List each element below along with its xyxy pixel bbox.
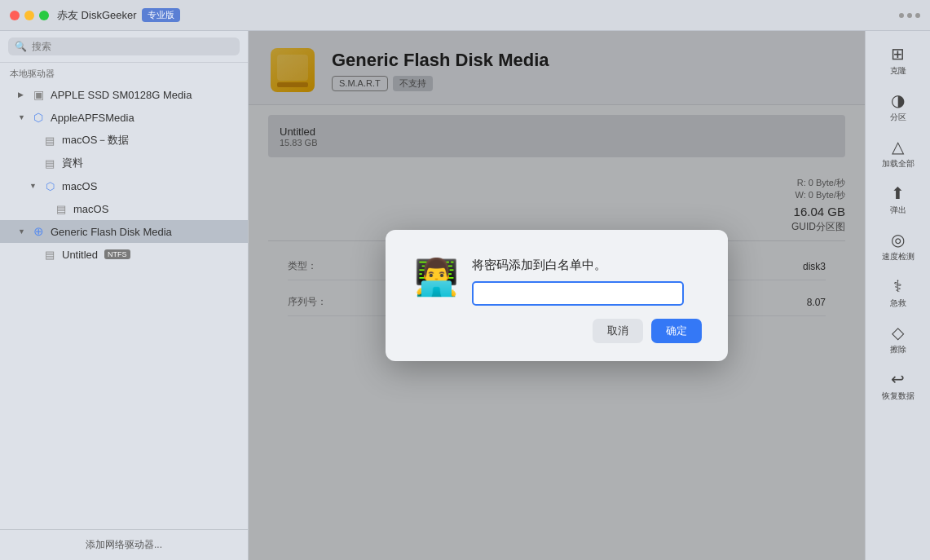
ssd-icon: ▣ [31,87,46,102]
eject-icon: ⬆ [891,183,905,203]
tool-partition[interactable]: ◑ 分区 [870,84,926,129]
sidebar-footer: 添加网络驱动器... [0,529,248,560]
dot-1 [899,13,904,18]
pro-badge: 专业版 [142,8,180,22]
tool-eject-label: 弹出 [890,205,906,215]
sidebar-label-macos-parent: macOS [62,180,97,192]
tool-load-all[interactable]: △ 加载全部 [870,130,926,175]
sidebar-label-macos-data: macOS－数据 [62,133,129,148]
tool-erase[interactable]: ◇ 擦除 [870,316,926,361]
sidebar-item-macos-child[interactable]: ▶ ▤ macOS [0,197,248,220]
chevron-icon: ▶ [18,90,26,99]
sidebar-label-macos-child: macOS [73,203,108,215]
titlebar: 赤友 DiskGeeker 专业版 [0,0,930,31]
avatar-icon: 👨‍💻 [414,256,459,298]
urgent-icon: ⚕ [893,276,902,296]
modal-title-wrap: 将密码添加到白名单中。 [472,253,684,306]
sidebar-item-apfs[interactable]: ▼ ⬡ AppleAPFSMedia [0,106,248,129]
recover-icon: ↩ [891,369,905,389]
sidebar-item-flash-disk[interactable]: ▼ ⊕ Generic Flash Disk Media [0,220,248,243]
ntfs-badge: NTFS [104,249,130,259]
sidebar-item-macos-data[interactable]: ▶ ▤ macOS－数据 [0,129,248,152]
tool-clone[interactable]: ⊞ 克隆 [870,37,926,82]
folder-icon: ▤ [42,156,57,170]
search-input[interactable] [32,41,233,52]
modal-title: 将密码添加到白名单中。 [472,258,684,273]
add-network-button[interactable]: 添加网络驱动器... [8,538,240,552]
macos-child-icon: ▤ [54,201,68,216]
chevron-apfs-icon: ▼ [18,113,26,121]
sidebar-item-untitled[interactable]: ▶ ▤ Untitled NTFS [0,243,248,266]
usb-icon: ⊕ [31,224,46,239]
tool-urgent-label: 急救 [890,298,906,308]
speed-test-icon: ◎ [891,230,905,249]
tool-recover[interactable]: ↩ 恢复数据 [870,363,926,408]
tool-erase-label: 擦除 [890,345,906,355]
sidebar-item-apple-ssd[interactable]: ▶ ▣ APPLE SSD SM0128G Media [0,83,248,106]
untitled-icon: ▤ [42,247,57,262]
sidebar-item-macos-parent[interactable]: ▼ ⬡ macOS [0,174,248,197]
minimize-button[interactable] [24,11,34,20]
maximize-button[interactable] [39,11,49,20]
tool-partition-label: 分区 [890,112,906,122]
modal-buttons: 取消 确定 [412,319,702,343]
tool-speed-test[interactable]: ◎ 速度检测 [870,223,926,268]
macos-parent-icon: ⬡ [42,179,57,193]
traffic-lights [10,11,49,20]
partition-icon: ▤ [42,133,57,148]
sidebar-label-untitled: Untitled [62,249,98,261]
tool-speed-test-label: 速度检测 [882,252,915,262]
sidebar-label-apfs: AppleAPFSMedia [51,112,134,124]
confirm-button[interactable]: 确定 [651,319,702,343]
sidebar: 🔍 本地驱动器 ▶ ▣ APPLE SSD SM0128G Media ▼ ⬡ … [0,31,249,560]
modal-overlay: 👨‍💻 将密码添加到白名单中。 取消 确定 [249,31,865,560]
sidebar-items: ▶ ▣ APPLE SSD SM0128G Media ▼ ⬡ AppleAPF… [0,83,248,529]
search-icon: 🔍 [15,41,27,52]
app-title: 赤友 DiskGeeker [57,8,137,23]
main-layout: 🔍 本地驱动器 ▶ ▣ APPLE SSD SM0128G Media ▼ ⬡ … [0,31,930,560]
sidebar-item-ziyuan[interactable]: ▶ ▤ 資料 [0,152,248,174]
tool-load-all-label: 加载全部 [882,159,915,169]
password-input[interactable] [472,281,684,306]
search-bar: 🔍 [0,31,248,63]
sidebar-label-flash-disk: Generic Flash Disk Media [51,226,172,238]
password-modal: 👨‍💻 将密码添加到白名单中。 取消 确定 [386,230,728,361]
tool-eject[interactable]: ⬆ 弹出 [870,177,926,222]
sidebar-label-ziyuan: 資料 [62,156,83,170]
right-toolbar: ⊞ 克隆 ◑ 分区 △ 加载全部 ⬆ 弹出 ◎ 速度检测 ⚕ 急救 ◇ 擦除 ↩ [865,31,930,560]
tool-recover-label: 恢复数据 [882,391,915,401]
sidebar-label-apple-ssd: APPLE SSD SM0128G Media [51,89,192,101]
tool-clone-label: 克隆 [890,66,906,76]
dot-3 [915,13,920,18]
chevron-flash-icon: ▼ [18,227,26,236]
erase-icon: ◇ [892,323,904,342]
apfs-icon: ⬡ [31,110,46,125]
search-wrap[interactable]: 🔍 [8,37,240,55]
modal-header: 👨‍💻 将密码添加到白名单中。 [412,253,702,306]
partition-tool-icon: ◑ [891,90,905,110]
chevron-macos-icon: ▼ [29,182,37,190]
close-button[interactable] [10,11,20,20]
dot-2 [907,13,912,18]
sidebar-section-label: 本地驱动器 [0,63,248,83]
tool-urgent[interactable]: ⚕ 急救 [870,270,926,315]
load-all-icon: △ [892,137,904,157]
modal-avatar: 👨‍💻 [412,253,461,302]
clone-icon: ⊞ [891,44,905,64]
content-area: Generic Flash Disk Media S.M.A.R.T 不支持 U… [249,31,865,560]
cancel-button[interactable]: 取消 [593,319,643,343]
titlebar-actions [899,13,920,18]
